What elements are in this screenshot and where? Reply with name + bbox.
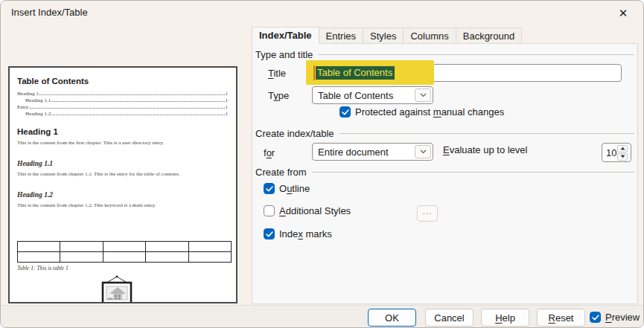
titlebar: Insert Index/Table ✕ bbox=[1, 1, 643, 25]
protected-checkbox-box[interactable] bbox=[339, 106, 351, 118]
level-spinner[interactable]: 10 bbox=[602, 143, 631, 162]
toc-entry: Heading 1 1 bbox=[17, 91, 228, 97]
preview-checkbox-box[interactable] bbox=[590, 312, 601, 323]
for-label: for bbox=[264, 147, 275, 158]
preview-pane: Table of Contents Heading 1 1 Heading 1.… bbox=[8, 66, 237, 303]
section-heading: Heading 1.1 bbox=[17, 160, 228, 167]
additional-styles-more-button[interactable]: ... bbox=[417, 205, 438, 222]
index-marks-checkbox-box[interactable] bbox=[264, 228, 275, 239]
for-select[interactable]: Entire document bbox=[312, 143, 433, 161]
level-spinner-value: 10 bbox=[602, 147, 617, 158]
toc-entry-label: Entry bbox=[17, 104, 29, 110]
tab-page-index-table: Type and title Title Table of Contents T… bbox=[252, 43, 638, 304]
type-dropdown-button[interactable] bbox=[415, 89, 431, 102]
additional-styles-checkbox-box[interactable] bbox=[264, 205, 275, 216]
group-create-from: Create from bbox=[255, 167, 634, 178]
for-dropdown-button[interactable] bbox=[415, 145, 431, 158]
preview-table bbox=[17, 241, 232, 263]
spinner-buttons bbox=[617, 145, 628, 161]
toc-entry: Entry 1 bbox=[17, 104, 228, 111]
toc-page-number: 1 bbox=[226, 91, 229, 97]
group-divider bbox=[339, 133, 634, 134]
group-legend: Type and title bbox=[255, 49, 313, 60]
spin-down-button[interactable] bbox=[617, 153, 628, 161]
title-label: Title bbox=[268, 68, 286, 79]
table-row bbox=[18, 252, 232, 263]
tab-background[interactable]: Background bbox=[456, 28, 522, 44]
insert-index-table-dialog: Insert Index/Table ✕ Index/Table Entries… bbox=[0, 0, 644, 328]
table-caption: Table 1: This is table 1 bbox=[17, 265, 228, 271]
chevron-down-icon bbox=[420, 93, 427, 97]
close-icon: ✕ bbox=[619, 7, 628, 19]
tab-strip: Index/Table Entries Styles Columns Backg… bbox=[252, 27, 522, 44]
tab-entries[interactable]: Entries bbox=[319, 28, 363, 44]
toc-entry-label: Heading 1 bbox=[17, 91, 39, 97]
selected-text: Table of Contents bbox=[316, 66, 395, 80]
picture-frame-icon bbox=[98, 275, 136, 303]
checkbox-outline[interactable]: Outline bbox=[264, 183, 310, 194]
checkbox-protected[interactable]: Protected against manual changes bbox=[339, 106, 504, 118]
section-body: This is the content from the first chapt… bbox=[17, 140, 228, 146]
type-select[interactable]: Table of Contents bbox=[312, 86, 433, 104]
group-create-index: Create index/table bbox=[255, 128, 634, 139]
toc-entry-label: Heading 1.2 bbox=[25, 111, 51, 117]
preview-checkbox-label: Preview bbox=[605, 312, 640, 323]
checkbox-index-marks[interactable]: Index marks bbox=[264, 228, 332, 239]
group-legend: Create index/table bbox=[255, 128, 334, 139]
text-caret bbox=[313, 65, 315, 80]
preview-image: Image 1: This is Image 1 bbox=[17, 275, 228, 303]
chevron-down-icon bbox=[420, 149, 427, 154]
additional-styles-checkbox-label: Additional Styles bbox=[279, 205, 351, 216]
highlight-annotation: Table of Contents bbox=[306, 60, 434, 85]
tab-columns[interactable]: Columns bbox=[404, 28, 456, 44]
toc-page-number: 1 bbox=[226, 111, 229, 117]
toc-page-number: 1 bbox=[226, 97, 229, 103]
spin-up-button[interactable] bbox=[617, 145, 628, 152]
check-icon bbox=[266, 231, 273, 237]
outline-checkbox-label: Outline bbox=[279, 183, 310, 194]
type-select-value: Table of Contents bbox=[313, 90, 415, 101]
group-type-and-title: Type and title bbox=[255, 49, 634, 60]
section-body: This is the content from chapter 1.1. Th… bbox=[17, 171, 228, 177]
toc-entry: Heading 1.1 1 bbox=[17, 97, 228, 104]
spin-up-icon bbox=[620, 147, 625, 150]
ok-button[interactable]: OK bbox=[368, 309, 416, 327]
evaluate-level-label: Evaluate up to level bbox=[443, 144, 527, 155]
table-row bbox=[18, 242, 232, 252]
checkbox-additional-styles[interactable]: Additional Styles bbox=[264, 205, 351, 216]
group-divider bbox=[312, 172, 634, 173]
title-input[interactable]: Table of Contents bbox=[312, 64, 622, 82]
tab-styles[interactable]: Styles bbox=[363, 28, 404, 44]
type-label: Type bbox=[268, 90, 289, 101]
outline-checkbox-box[interactable] bbox=[264, 183, 275, 194]
check-icon bbox=[266, 186, 273, 192]
toc-leader bbox=[39, 94, 225, 95]
toc-entry: Heading 1.2 1 bbox=[17, 111, 228, 118]
help-button[interactable]: Help bbox=[481, 309, 529, 327]
toc-page-number: 1 bbox=[226, 104, 229, 110]
for-select-value: Entire document bbox=[313, 147, 415, 158]
check-icon bbox=[592, 315, 599, 321]
protected-checkbox-label: Protected against manual changes bbox=[355, 106, 504, 118]
close-button[interactable]: ✕ bbox=[609, 3, 637, 23]
dialog-title: Insert Index/Table bbox=[11, 7, 88, 18]
reset-button[interactable]: Reset bbox=[537, 309, 585, 327]
section-body: This is the content from chapter 1.2. Th… bbox=[17, 202, 228, 208]
spin-down-icon bbox=[620, 155, 625, 158]
check-icon bbox=[342, 109, 349, 115]
group-legend: Create from bbox=[255, 167, 307, 178]
toc-leader bbox=[51, 115, 224, 115]
toc-leader bbox=[30, 108, 225, 109]
preview-checkbox[interactable]: Preview bbox=[590, 312, 640, 323]
tab-index-table[interactable]: Index/Table bbox=[252, 27, 319, 44]
toc-entry-label: Heading 1.1 bbox=[25, 97, 51, 103]
preview-toc-title: Table of Contents bbox=[17, 77, 228, 86]
toc-leader bbox=[51, 101, 224, 102]
section-heading: Heading 1 bbox=[17, 127, 228, 136]
index-marks-checkbox-label: Index marks bbox=[279, 228, 332, 239]
group-divider bbox=[318, 54, 634, 55]
cancel-button[interactable]: Cancel bbox=[425, 309, 474, 327]
section-heading: Heading 1.2 bbox=[17, 191, 228, 199]
footer-bar: OK Cancel Help Reset Preview bbox=[1, 305, 644, 328]
